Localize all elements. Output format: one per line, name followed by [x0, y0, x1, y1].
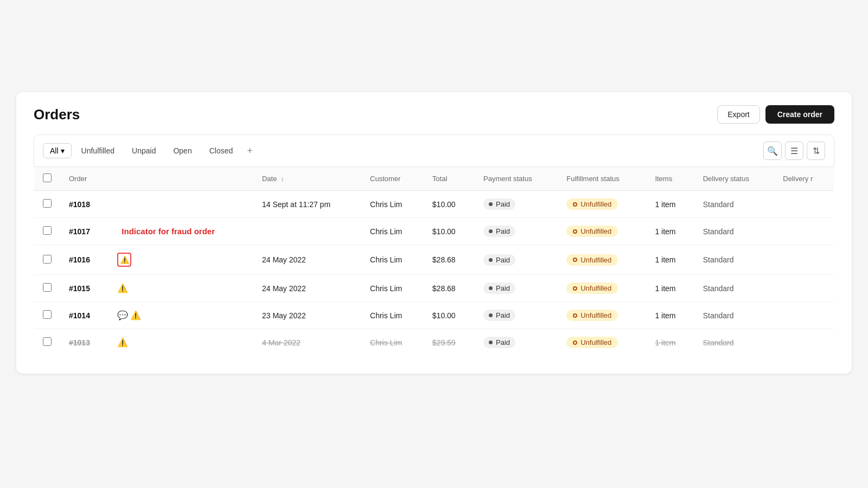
- filters-bar: All ▾ Unfulfilled Unpaid Open Closed + 🔍…: [34, 134, 834, 167]
- tab-all-label: All: [50, 146, 59, 155]
- order-total: $28.68: [424, 245, 475, 275]
- paid-dot: [489, 202, 493, 206]
- order-fulfillment: Unfulfilled: [558, 218, 646, 245]
- order-number: #1014: [60, 302, 108, 329]
- export-button[interactable]: Export: [717, 105, 760, 124]
- order-delivery-status: Standard: [694, 191, 775, 218]
- order-items: 1 item: [646, 302, 694, 329]
- order-icons-cell: ⚠️: [108, 275, 253, 302]
- col-payment: Payment status: [475, 167, 558, 191]
- col-order: Order: [60, 167, 108, 191]
- order-date: 4 Mar 2022: [253, 329, 361, 356]
- select-all-checkbox[interactable]: [43, 174, 52, 182]
- page-header: Orders Export Create order: [16, 92, 852, 134]
- table-row[interactable]: #1013 ⚠️ 4 Mar 2022 Chris Lim $29.59 Pai…: [34, 329, 834, 356]
- order-payment: Paid: [475, 275, 558, 302]
- col-delivery-r: Delivery r: [774, 167, 834, 191]
- order-number: #1018: [60, 191, 108, 218]
- sort-button[interactable]: ⇅: [807, 142, 825, 160]
- unfulfilled-circle: [573, 202, 577, 207]
- order-total: $10.00: [424, 218, 475, 245]
- fraud-warning-box-icon: ⚠️: [117, 253, 131, 267]
- search-icon: 🔍: [767, 146, 778, 156]
- table-row[interactable]: #1018 14 Sept at 11:27 pm Chris Lim $10.…: [34, 191, 834, 218]
- order-delivery-status: Standard: [694, 218, 775, 245]
- search-button[interactable]: 🔍: [763, 142, 782, 160]
- order-delivery-r: [774, 275, 834, 302]
- tab-unpaid[interactable]: Unpaid: [124, 144, 163, 158]
- tab-closed[interactable]: Closed: [202, 144, 241, 158]
- order-icons-cell: Indicator for fraud order: [108, 218, 253, 245]
- col-delivery-status: Delivery status: [694, 167, 775, 191]
- order-icons-cell: [108, 191, 253, 218]
- order-total: $10.00: [424, 302, 475, 329]
- table-header-row: Order Date ↕ Customer Total Payment stat…: [34, 167, 834, 191]
- paid-dot: [489, 258, 493, 262]
- order-delivery-r: [774, 245, 834, 275]
- order-total: $10.00: [424, 191, 475, 218]
- order-fulfillment: Unfulfilled: [558, 245, 646, 275]
- table-row[interactable]: #1016 ⚠️ 24 May 2022 Chris Lim $28.68 Pa…: [34, 245, 834, 275]
- filter-tabs: All ▾ Unfulfilled Unpaid Open Closed +: [43, 143, 257, 158]
- row-checkbox[interactable]: [43, 310, 52, 319]
- col-total: Total: [424, 167, 475, 191]
- col-items: Items: [646, 167, 694, 191]
- filter-button[interactable]: ☰: [785, 142, 803, 160]
- tab-open[interactable]: Open: [165, 144, 199, 158]
- order-payment: Paid: [475, 329, 558, 356]
- table-row[interactable]: #1017 Indicator for fraud order Chris Li…: [34, 218, 834, 245]
- order-date: 23 May 2022: [253, 302, 361, 329]
- order-customer: Chris Lim: [361, 275, 424, 302]
- table-row[interactable]: #1014 💬 ⚠️ 23 May 2022 Chris Lim $10.00 …: [34, 302, 834, 329]
- filter-icon: ☰: [790, 146, 798, 156]
- col-fulfillment: Fulfillment status: [558, 167, 646, 191]
- row-checkbox[interactable]: [43, 283, 52, 292]
- tab-unfulfilled[interactable]: Unfulfilled: [74, 144, 122, 158]
- row-checkbox[interactable]: [43, 255, 52, 264]
- unfulfilled-circle: [573, 313, 577, 318]
- unfulfilled-circle: [573, 341, 577, 345]
- fraud-label: Indicator for fraud order: [122, 227, 215, 236]
- order-icons-cell: ⚠️: [108, 245, 253, 275]
- order-icons-cell: 💬 ⚠️: [108, 302, 253, 329]
- add-tab-button[interactable]: +: [242, 144, 257, 158]
- date-sort-icon: ↕: [281, 176, 284, 182]
- page-container: Orders Export Create order All ▾ Unfulfi…: [16, 92, 852, 374]
- orders-table: Order Date ↕ Customer Total Payment stat…: [34, 167, 834, 356]
- order-date: [253, 218, 361, 245]
- content-area: All ▾ Unfulfilled Unpaid Open Closed + 🔍…: [16, 134, 852, 374]
- order-payment: Paid: [475, 191, 558, 218]
- order-items: 1 item: [646, 329, 694, 356]
- warning-icon: ⚠️: [117, 337, 128, 348]
- order-delivery-status: Standard: [694, 245, 775, 275]
- order-fulfillment: Unfulfilled: [558, 275, 646, 302]
- row-checkbox-cell: [34, 329, 61, 356]
- order-customer: Chris Lim: [361, 329, 424, 356]
- table-row[interactable]: #1015 ⚠️ 24 May 2022 Chris Lim $28.68 Pa…: [34, 275, 834, 302]
- order-delivery-r: [774, 329, 834, 356]
- chevron-down-icon: ▾: [61, 146, 65, 155]
- order-fulfillment: Unfulfilled: [558, 329, 646, 356]
- tab-all[interactable]: All ▾: [43, 143, 72, 158]
- create-order-button[interactable]: Create order: [765, 105, 834, 124]
- col-customer: Customer: [361, 167, 424, 191]
- row-checkbox[interactable]: [43, 226, 52, 235]
- warning-icon: ⚠️: [130, 310, 141, 320]
- page-title: Orders: [34, 106, 80, 123]
- order-items: 1 item: [646, 275, 694, 302]
- order-number: #1016: [60, 245, 108, 275]
- row-checkbox[interactable]: [43, 337, 52, 346]
- order-customer: Chris Lim: [361, 302, 424, 329]
- order-delivery-status: Standard: [694, 302, 775, 329]
- order-items: 1 item: [646, 245, 694, 275]
- col-date: Date ↕: [253, 167, 361, 191]
- unfulfilled-circle: [573, 229, 577, 234]
- sort-icon: ⇅: [813, 146, 820, 156]
- order-number: #1017: [60, 218, 108, 245]
- warning-icon: ⚠️: [117, 283, 128, 293]
- paid-dot: [489, 229, 493, 233]
- row-checkbox-cell: [34, 275, 61, 302]
- order-total: $28.68: [424, 275, 475, 302]
- row-checkbox[interactable]: [43, 199, 52, 208]
- order-date: 24 May 2022: [253, 275, 361, 302]
